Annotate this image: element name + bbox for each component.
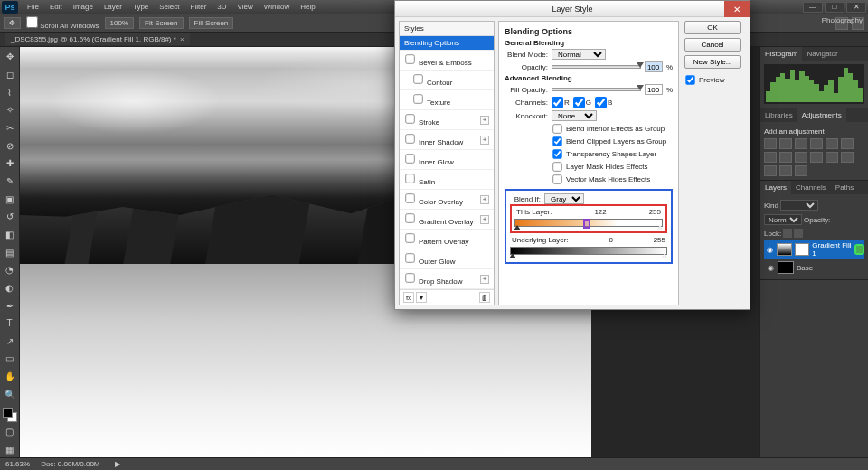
marquee-tool-icon[interactable]: ◻ (2, 67, 18, 83)
layer-style-indicator[interactable] (856, 246, 863, 253)
opacity-slider[interactable] (552, 65, 641, 69)
adj-hue-icon[interactable] (841, 138, 854, 149)
crop-tool-icon[interactable]: ✂ (2, 120, 18, 136)
styles-header[interactable]: Styles (400, 22, 494, 36)
cb-clipped[interactable]: Blend Clipped Layers as Group (552, 136, 673, 147)
adj-lookup-icon[interactable] (810, 152, 823, 163)
zoom-field[interactable]: 100% (105, 17, 134, 29)
stamp-tool-icon[interactable]: ▣ (2, 191, 18, 207)
plus-icon[interactable]: + (480, 116, 489, 125)
healing-tool-icon[interactable]: ✚ (2, 155, 18, 172)
style-bevel[interactable]: Bevel & Emboss (400, 51, 494, 70)
blend-mode-select[interactable]: Normal (552, 49, 606, 60)
plus-icon[interactable]: + (480, 136, 489, 145)
eye-icon[interactable]: ◉ (766, 246, 774, 254)
layer-row-base[interactable]: ◉ Base (764, 259, 864, 276)
new-style-button[interactable]: New Style... (684, 55, 741, 69)
workspace-label[interactable]: Photography (822, 16, 863, 24)
eraser-tool-icon[interactable]: ◧ (2, 227, 18, 243)
white-stop[interactable] (656, 225, 664, 230)
menu-edit[interactable]: Edit (44, 1, 68, 13)
zoom-tool-icon[interactable]: 🔍 (2, 386, 18, 402)
style-drop-shadow[interactable]: Drop Shadow+ (400, 269, 494, 289)
cb-vector-mask[interactable]: Vector Mask Hides Effects (552, 174, 673, 185)
style-inner-shadow[interactable]: Inner Shadow+ (400, 130, 494, 150)
history-brush-icon[interactable]: ↺ (2, 209, 18, 225)
style-inner-glow[interactable]: Inner Glow (400, 150, 494, 170)
white-stop[interactable] (661, 253, 668, 258)
dialog-titlebar[interactable]: Layer Style ✕ (395, 1, 750, 17)
gradient-tool-icon[interactable]: ▤ (2, 244, 18, 260)
fill-slider[interactable] (552, 88, 641, 91)
move-tool-icon[interactable]: ✥ (2, 49, 18, 65)
adj-poster-icon[interactable] (841, 152, 854, 163)
tab-libraries[interactable]: Libraries (760, 108, 797, 122)
menu-type[interactable]: Type (127, 1, 154, 13)
tab-channels[interactable]: Channels (791, 181, 831, 194)
menu-help[interactable]: Help (295, 1, 320, 13)
channel-g[interactable]: G (573, 97, 591, 108)
tab-adjustments[interactable]: Adjustments (797, 108, 846, 122)
status-zoom[interactable]: 61.63% (5, 460, 30, 468)
minimize-button[interactable]: — (803, 2, 823, 13)
cancel-button[interactable]: Cancel (684, 38, 741, 52)
style-satin[interactable]: Satin (400, 170, 494, 190)
quickmask-icon[interactable]: ▢ (2, 424, 18, 440)
under-layer-slider[interactable] (510, 247, 667, 255)
fx-icon[interactable]: fx (403, 292, 414, 303)
lock-icon[interactable] (783, 229, 792, 238)
fill-screen-button[interactable]: Fill Screen (189, 17, 234, 29)
type-tool-icon[interactable]: T (2, 315, 18, 332)
channel-r[interactable]: R (552, 97, 570, 108)
pen-tool-icon[interactable]: ✒ (2, 297, 18, 314)
dodge-tool-icon[interactable]: ◐ (2, 280, 18, 296)
chevron-down-icon[interactable]: ▾ (416, 292, 427, 303)
adj-select-icon[interactable] (795, 165, 807, 176)
split-indicator[interactable] (583, 219, 590, 229)
adj-brightness-icon[interactable] (764, 138, 777, 149)
close-window-button[interactable]: ✕ (846, 2, 866, 13)
trash-icon[interactable]: 🗑 (479, 292, 490, 303)
screenmode-icon[interactable]: ▦ (2, 441, 18, 457)
adj-photo-icon[interactable] (779, 152, 792, 163)
plus-icon[interactable]: + (480, 275, 489, 284)
blend-mode-select[interactable]: Normal (764, 214, 802, 225)
tab-paths[interactable]: Paths (831, 181, 858, 194)
tab-layers[interactable]: Layers (760, 181, 791, 194)
brush-tool-icon[interactable]: ✎ (2, 174, 18, 190)
menu-window[interactable]: Window (259, 1, 295, 13)
adj-thresh-icon[interactable] (764, 165, 777, 176)
shape-tool-icon[interactable]: ▭ (2, 351, 18, 367)
color-swatch[interactable] (3, 408, 17, 422)
channel-b[interactable]: B (595, 97, 612, 108)
fill-field[interactable] (645, 84, 663, 95)
kind-select[interactable] (780, 200, 818, 211)
cb-layer-mask[interactable]: Layer Mask Hides Effects (552, 161, 673, 173)
close-icon[interactable]: × (180, 35, 184, 43)
menu-image[interactable]: Image (68, 1, 99, 13)
adj-invert-icon[interactable] (826, 152, 838, 163)
style-stroke[interactable]: Stroke+ (400, 110, 494, 130)
menu-layer[interactable]: Layer (99, 1, 127, 13)
fit-screen-button[interactable]: Fit Screen (139, 17, 183, 29)
status-arrow-icon[interactable]: ▶ (115, 460, 120, 468)
blendif-select[interactable]: Gray (544, 193, 584, 204)
layer-row-gradient[interactable]: ◉ Gradient Fill 1 (764, 240, 864, 259)
adj-exposure-icon[interactable] (810, 138, 823, 149)
eye-icon[interactable]: ◉ (766, 264, 775, 272)
style-color-overlay[interactable]: Color Overlay+ (400, 190, 494, 210)
adj-mixer-icon[interactable] (795, 152, 807, 163)
knockout-select[interactable]: None (552, 110, 597, 121)
eyedropper-tool-icon[interactable]: ⊘ (2, 137, 18, 154)
menu-filter[interactable]: Filter (185, 1, 212, 13)
lasso-tool-icon[interactable]: ⌇ (2, 84, 18, 100)
ok-button[interactable]: OK (684, 21, 741, 34)
cb-transparency[interactable]: Transparency Shapes Layer (552, 148, 673, 160)
style-contour[interactable]: Contour (400, 70, 494, 90)
style-outer-glow[interactable]: Outer Glow (400, 249, 494, 269)
style-blending-options[interactable]: Blending Options (400, 36, 494, 51)
plus-icon[interactable]: + (480, 195, 489, 204)
tab-navigator[interactable]: Navigator (802, 47, 842, 61)
wand-tool-icon[interactable]: ✧ (2, 102, 18, 118)
menu-select[interactable]: Select (154, 1, 184, 13)
